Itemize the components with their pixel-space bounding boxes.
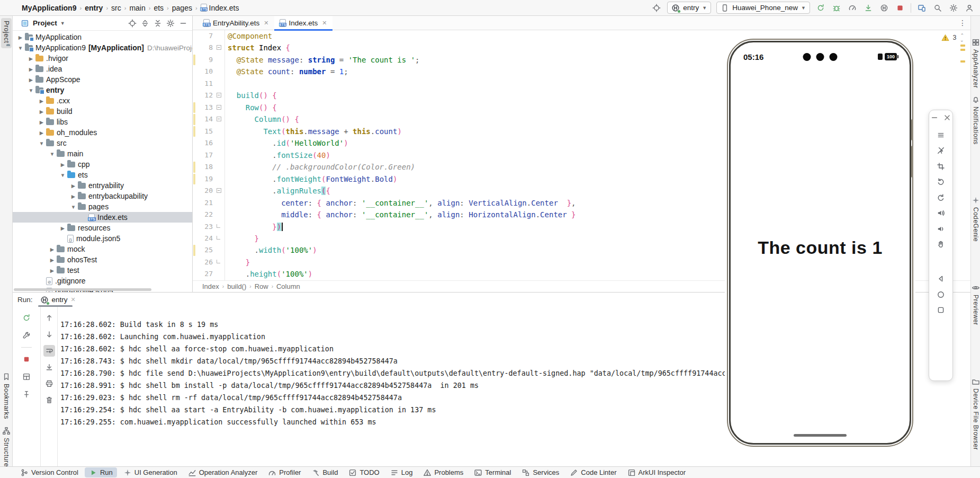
tree-item-cpp[interactable]: ▶cpp [13, 159, 192, 170]
tool-strip-structure[interactable]: Structure [0, 424, 13, 470]
breadcrumb-item-ets[interactable]: ets [152, 3, 165, 13]
statusbar-tab-arkui-inspector[interactable]: ArkUI Inspector [623, 467, 690, 477]
search-icon[interactable] [932, 3, 943, 13]
breadcrumb-item-index-ets[interactable]: ETSIndex.ets [199, 3, 241, 13]
tree-item-src[interactable]: ▼src [13, 138, 192, 148]
volume-up-icon[interactable] [934, 206, 948, 220]
chevron-down-icon[interactable]: ▼ [48, 151, 57, 157]
tree-item-resources[interactable]: ▶resources [13, 223, 192, 233]
statusbar-tab-problems[interactable]: Problems [419, 467, 467, 477]
tree-item-ets[interactable]: ▼ets [13, 170, 192, 180]
fold-end-marker[interactable] [217, 224, 220, 228]
warning-stripe-mark[interactable] [960, 45, 965, 47]
chevron-down-icon[interactable]: ▼ [37, 140, 46, 146]
statusbar-tab-build[interactable]: Build [307, 467, 342, 477]
chevron-right-icon[interactable]: ▶ [48, 257, 57, 263]
menu-icon[interactable] [934, 128, 948, 142]
tree-item-myapplication[interactable]: ▶MyApplication [13, 32, 192, 42]
statusbar-tab-services[interactable]: Services [517, 467, 563, 477]
count-text[interactable]: The count is 1 [731, 237, 910, 258]
editor-breadcrumb-item[interactable]: Row [255, 282, 268, 290]
chevron-down-icon[interactable]: ▼ [58, 172, 67, 178]
tool-strip-bookmarks[interactable]: Bookmarks [0, 370, 13, 422]
locate-icon[interactable] [651, 3, 662, 13]
tool-strip-codegenie[interactable]: CodeGenie [971, 196, 980, 242]
recents-icon[interactable] [934, 303, 948, 317]
chevron-right-icon[interactable]: ▶ [37, 130, 46, 136]
gesture-icon[interactable] [934, 237, 948, 251]
tree-item--gitignore[interactable]: ⊘.gitignore [13, 276, 192, 286]
debug-icon[interactable] [831, 3, 842, 13]
rerun-icon[interactable] [21, 312, 32, 324]
down-icon[interactable] [43, 329, 55, 340]
statusbar-tab-todo[interactable]: TODO [344, 467, 383, 477]
tree-item--hvigor[interactable]: ▶.hvigor [13, 53, 192, 64]
breadcrumb-item-src[interactable]: src [110, 3, 123, 13]
statusbar-tab-terminal[interactable]: Terminal [470, 467, 515, 477]
chevron-right-icon[interactable]: ▶ [37, 119, 46, 125]
minimize-icon[interactable] [930, 113, 939, 122]
tool-strip-previewer[interactable]: Previewer [971, 284, 980, 325]
fold-marker[interactable]: − [217, 45, 221, 50]
stop-small-icon[interactable] [21, 353, 32, 365]
chevron-right-icon[interactable]: ▶ [69, 193, 78, 199]
tree-item-module-json5[interactable]: {}module.json5 [13, 233, 192, 244]
statusbar-tab-operation-analyzer[interactable]: Operation Analyzer [184, 467, 262, 477]
editor-breadcrumb-item[interactable]: build() [227, 282, 246, 290]
tree-item-entry[interactable]: ▼entry [13, 85, 192, 95]
run-tab-entry[interactable]: entry ✕ [38, 293, 78, 307]
tree-item-index-ets[interactable]: ETSIndex.ets [13, 212, 192, 223]
chevron-right-icon[interactable]: ▶ [58, 225, 67, 231]
statusbar-tab-profiler[interactable]: Profiler [264, 467, 305, 477]
tree-item-mock[interactable]: ▶mock [13, 244, 192, 254]
wrench-icon[interactable] [21, 330, 32, 341]
stop-icon[interactable] [895, 3, 905, 13]
tree-item-build[interactable]: ▶build [13, 106, 192, 117]
device-manager-icon[interactable] [916, 3, 927, 13]
close-icon[interactable]: ✕ [264, 20, 268, 26]
breadcrumb-item-entry[interactable]: entry [83, 3, 104, 13]
profile-h-icon[interactable] [879, 3, 889, 13]
statusbar-tab-version-control[interactable]: Version Control [16, 467, 83, 477]
profiler-icon[interactable] [847, 3, 858, 13]
tab-index-ets[interactable]: ETSIndex.ets✕ [274, 16, 332, 30]
settings-gear-icon[interactable] [948, 3, 959, 13]
home-icon[interactable] [934, 288, 948, 302]
tree-item--idea[interactable]: ▶.idea [13, 64, 192, 74]
chevron-right-icon[interactable]: ▶ [48, 246, 57, 252]
pointer-off-icon[interactable] [934, 144, 948, 157]
chevron-right-icon[interactable]: ▶ [37, 109, 46, 114]
fold-end-marker[interactable] [217, 260, 220, 263]
layout-grid-icon[interactable] [21, 371, 32, 383]
close-icon[interactable]: ✕ [322, 20, 327, 26]
warning-stripe-mark[interactable] [960, 49, 965, 51]
tree-item-myapplication9[interactable]: ▼MyApplication9[MyApplication]D:\huaweiP… [13, 42, 192, 53]
chevron-right-icon[interactable]: ▶ [69, 183, 78, 189]
run-restart-icon[interactable] [815, 3, 826, 13]
volume-down-icon[interactable] [934, 222, 948, 236]
chevron-right-icon[interactable]: ▶ [48, 268, 57, 273]
tree-item-oh-modules[interactable]: ▶oh_modules [13, 127, 192, 138]
chevron-right-icon[interactable]: ▶ [16, 34, 25, 40]
chevron-right-icon[interactable]: ▶ [26, 66, 35, 72]
tree-item-ohostest[interactable]: ▶ohosTest [13, 254, 192, 265]
panel-settings-icon[interactable] [166, 19, 175, 28]
tab-options-icon[interactable]: ⋮ [959, 19, 966, 27]
collapse-all-icon[interactable] [153, 19, 163, 28]
tree-item-libs[interactable]: ▶libs [13, 117, 192, 127]
up-icon[interactable] [43, 312, 55, 324]
phone-screen[interactable]: 05:16 100 The count is 1 [729, 41, 911, 445]
close-icon[interactable]: ✕ [71, 296, 76, 303]
editor-breadcrumb-item[interactable]: Column [276, 282, 300, 290]
tree-item-entrybackupability[interactable]: ▶entrybackupability [13, 191, 192, 201]
project-panel-title[interactable]: Project [33, 19, 57, 27]
horizontal-scrollbar[interactable] [14, 288, 151, 291]
clear-icon[interactable] [43, 394, 55, 406]
hide-panel-icon[interactable] [178, 19, 188, 28]
scroll-end-icon[interactable] [43, 361, 55, 373]
chevron-down-icon[interactable]: ▼ [60, 21, 65, 26]
fold-marker[interactable]: − [217, 117, 221, 121]
run-config-selector[interactable]: entry ▼ [667, 2, 711, 14]
pin-icon[interactable] [21, 388, 32, 400]
tool-strip-project[interactable]: Project [1, 18, 12, 48]
